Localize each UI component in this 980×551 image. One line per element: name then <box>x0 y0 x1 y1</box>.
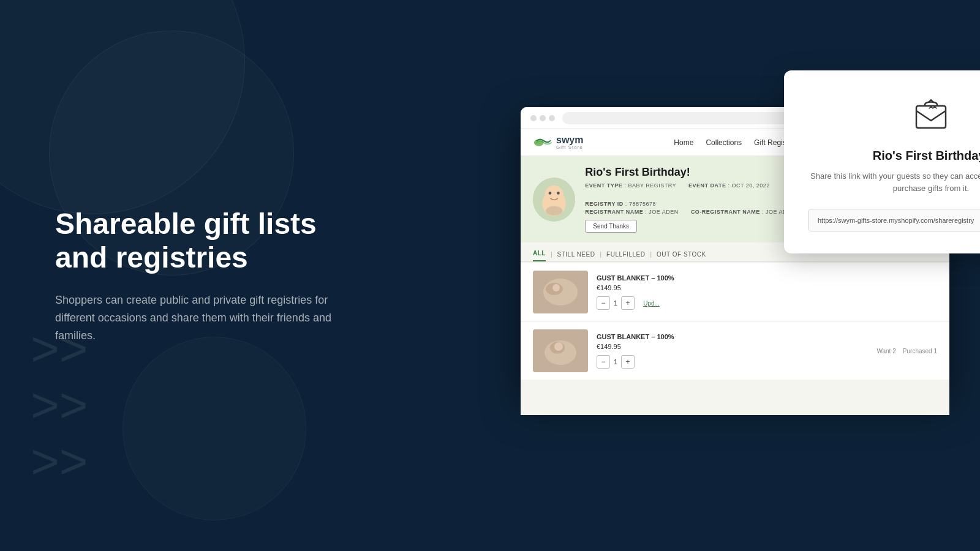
product-name-1: GUST BLANKET – 100% <box>597 274 937 282</box>
event-date: EVENT DATE : OCT 20, 2022 <box>688 182 770 189</box>
tab-still-need[interactable]: STILL NEED <box>557 249 595 260</box>
modal-description: Share this link with your guests so they… <box>809 170 980 194</box>
event-type-value: BABY REGISTRY <box>628 182 676 189</box>
table-row: GUST BLANKET – 100% €149.95 − 1 + Want 2… <box>521 322 949 380</box>
event-date-value: OCT 20, 2022 <box>731 182 769 189</box>
browser-dot-2 <box>540 115 546 121</box>
tab-sep-1: | <box>551 251 552 258</box>
swym-logo-icon <box>533 136 552 149</box>
browser-dot-1 <box>530 115 537 121</box>
tab-sep-3: | <box>650 251 652 258</box>
qty-value-2: 1 <box>614 358 617 365</box>
registrant-value: JOE ADEN <box>649 209 679 215</box>
share-url-input[interactable] <box>809 209 980 231</box>
svg-point-6 <box>546 206 562 215</box>
svg-point-19 <box>554 342 563 351</box>
svg-point-5 <box>557 191 560 194</box>
qty-value-1: 1 <box>614 299 617 307</box>
left-section: Shareable gift listsand registries Shopp… <box>55 207 343 345</box>
want-value: 2 <box>892 348 896 354</box>
quantity-control-2: − 1 + <box>597 355 868 369</box>
share-url-row: SHARE <box>809 209 980 231</box>
logo-swym-text: swym <box>556 135 583 145</box>
qty-decrease-1[interactable]: − <box>597 296 610 310</box>
tab-fullfilled[interactable]: FULLFILLED <box>606 249 645 260</box>
bg-arrows: >>>>>> <box>31 321 88 490</box>
qty-decrease-2[interactable]: − <box>597 355 610 369</box>
event-date-label: EVENT DATE <box>688 182 726 189</box>
modal-title: Rio's First Birthday! <box>809 149 980 163</box>
avatar <box>533 178 575 222</box>
modal-icon <box>809 95 980 137</box>
qty-increase-2[interactable]: + <box>621 355 635 369</box>
product-image-2 <box>533 329 588 372</box>
products-area: GUST BLANKET – 100% €149.95 − 1 + Upd... <box>521 262 949 415</box>
product-details-2: GUST BLANKET – 100% €149.95 − 1 + <box>597 333 868 369</box>
product-image-1 <box>533 271 588 313</box>
bg-decoration-3 <box>123 337 306 520</box>
product-details-1: GUST BLANKET – 100% €149.95 − 1 + Upd... <box>597 274 937 310</box>
navbar-links: Home Collections Gift Registry ▾ <box>674 138 800 147</box>
svg-point-15 <box>552 284 560 291</box>
tab-out-of-stock[interactable]: OUT OF STOCK <box>657 249 706 260</box>
event-type: EVENT TYPE : BABY REGISTRY <box>585 182 676 189</box>
registrant-label: REGISTRANT NAME <box>585 209 643 215</box>
quantity-control-1: − 1 + Upd... <box>597 296 937 310</box>
qty-increase-1[interactable]: + <box>621 296 635 310</box>
product-right-2: Want 2 Purchased 1 <box>876 348 937 354</box>
product-price-2: €149.95 <box>597 343 868 350</box>
registry-id-value: 78875678 <box>629 201 656 207</box>
coregistrant-label: CO-REGISTRANT NAME <box>691 209 760 215</box>
send-thanks-button[interactable]: Send Thanks <box>585 220 637 233</box>
tab-sep-2: | <box>600 251 601 258</box>
nav-link-collections[interactable]: Collections <box>706 138 742 147</box>
table-row: GUST BLANKET – 100% €149.95 − 1 + Upd... <box>521 263 949 321</box>
registry-id: REGISTRY ID : 78875678 <box>585 201 656 207</box>
registrant: REGISTRANT NAME : JOE ADEN <box>585 209 679 215</box>
svg-point-3 <box>545 185 564 204</box>
nav-link-home[interactable]: Home <box>674 138 693 147</box>
product-price-1: €149.95 <box>597 284 937 291</box>
coregistrant: CO-REGISTRANT NAME : JOE ADEN <box>691 209 796 215</box>
update-link-1[interactable]: Upd... <box>643 300 660 307</box>
tab-all[interactable]: ALL <box>533 247 546 261</box>
product-name-2: GUST BLANKET – 100% <box>597 333 868 340</box>
svg-point-4 <box>549 191 552 194</box>
main-heading: Shareable gift listsand registries <box>55 207 343 274</box>
logo-gift-text: Gift Store <box>556 145 583 150</box>
event-type-label: EVENT TYPE <box>585 182 622 189</box>
navbar-logo: swym Gift Store <box>533 135 583 150</box>
browser-dot-3 <box>549 115 555 121</box>
registry-id-label: REGISTRY ID <box>585 201 624 207</box>
registry-icon <box>911 95 951 134</box>
browser-dots <box>530 115 555 121</box>
svg-rect-20 <box>916 106 946 128</box>
sub-text: Shoppers can create public and private g… <box>55 291 343 344</box>
logo-text-wrapper: swym Gift Store <box>556 135 583 150</box>
purchased-value: 1 <box>933 348 937 354</box>
share-modal: Rio's First Birthday! Share this link wi… <box>784 70 980 253</box>
want-label: Want 2 Purchased 1 <box>876 348 937 354</box>
